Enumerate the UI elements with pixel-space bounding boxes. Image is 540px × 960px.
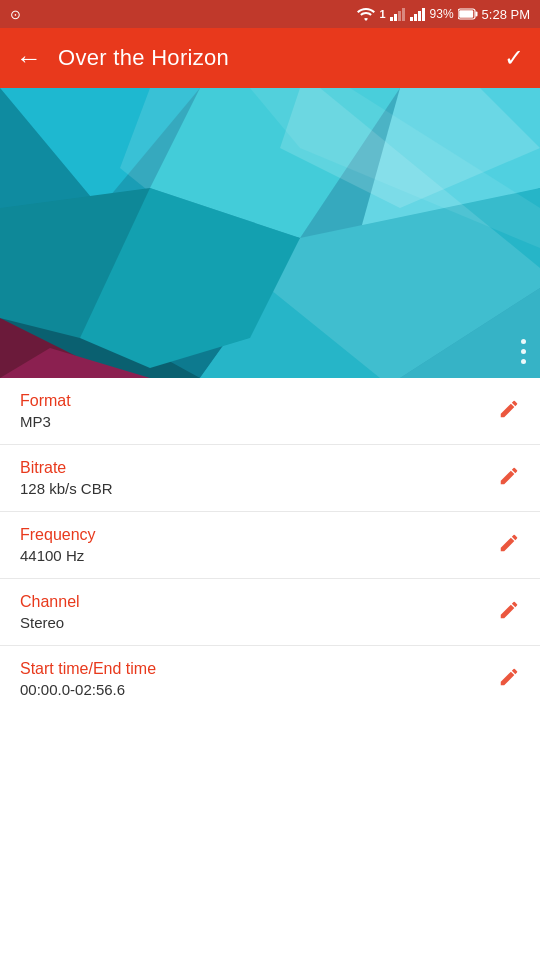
dot3 — [521, 359, 526, 364]
dot2 — [521, 349, 526, 354]
info-label-frequency: Frequency — [20, 526, 498, 544]
svg-rect-1 — [394, 14, 397, 21]
info-label-channel: Channel — [20, 593, 498, 611]
svg-rect-5 — [414, 14, 417, 21]
confirm-button[interactable]: ✓ — [504, 44, 524, 72]
notification-icon: ⊙ — [10, 7, 21, 22]
info-content-start-end-time: Start time/End time00:00.0-02:56.6 — [20, 660, 498, 698]
svg-rect-2 — [398, 11, 401, 21]
edit-button-start-end-time[interactable] — [498, 666, 520, 692]
pencil-icon — [498, 465, 520, 487]
info-content-bitrate: Bitrate128 kb/s CBR — [20, 459, 498, 497]
info-value-format: MP3 — [20, 413, 498, 430]
status-bar-left-icons: ⊙ — [10, 5, 21, 23]
back-button[interactable]: ← — [16, 45, 42, 71]
album-art — [0, 88, 540, 378]
info-value-frequency: 44100 Hz — [20, 547, 498, 564]
svg-rect-9 — [475, 12, 477, 17]
info-label-format: Format — [20, 392, 498, 410]
svg-rect-10 — [459, 10, 473, 18]
pencil-icon — [498, 532, 520, 554]
svg-rect-4 — [410, 17, 413, 21]
pencil-icon — [498, 599, 520, 621]
signal2-icon — [410, 7, 426, 21]
battery-icon — [458, 8, 478, 20]
edit-button-format[interactable] — [498, 398, 520, 424]
sim1-icon: 1 — [379, 8, 385, 20]
app-bar: ← Over the Horizon ✓ — [0, 28, 540, 88]
more-options-button[interactable] — [521, 339, 526, 364]
svg-rect-6 — [418, 11, 421, 21]
pencil-icon — [498, 666, 520, 688]
info-content-format: FormatMP3 — [20, 392, 498, 430]
edit-button-frequency[interactable] — [498, 532, 520, 558]
info-value-bitrate: 128 kb/s CBR — [20, 480, 498, 497]
info-item-bitrate: Bitrate128 kb/s CBR — [0, 445, 540, 512]
dot1 — [521, 339, 526, 344]
info-value-channel: Stereo — [20, 614, 498, 631]
status-bar: ⊙ 1 93% 5:28 P — [0, 0, 540, 28]
svg-rect-3 — [402, 8, 405, 21]
info-label-bitrate: Bitrate — [20, 459, 498, 477]
status-icons: 1 93% 5:28 PM — [357, 7, 530, 22]
info-item-channel: ChannelStereo — [0, 579, 540, 646]
album-art-graphic — [0, 88, 540, 378]
page-title: Over the Horizon — [58, 45, 504, 71]
svg-rect-0 — [390, 17, 393, 21]
info-item-start-end-time: Start time/End time00:00.0-02:56.6 — [0, 646, 540, 712]
info-content-frequency: Frequency44100 Hz — [20, 526, 498, 564]
edit-button-channel[interactable] — [498, 599, 520, 625]
info-item-format: FormatMP3 — [0, 378, 540, 445]
signal-icon — [390, 7, 406, 21]
pencil-icon — [498, 398, 520, 420]
status-time: 5:28 PM — [482, 7, 530, 22]
battery-percent: 93% — [430, 7, 454, 21]
edit-button-bitrate[interactable] — [498, 465, 520, 491]
info-value-start-end-time: 00:00.0-02:56.6 — [20, 681, 498, 698]
info-item-frequency: Frequency44100 Hz — [0, 512, 540, 579]
svg-rect-7 — [422, 8, 425, 21]
info-list: FormatMP3 Bitrate128 kb/s CBR Frequency4… — [0, 378, 540, 712]
info-content-channel: ChannelStereo — [20, 593, 498, 631]
wifi-icon — [357, 7, 375, 21]
info-label-start-end-time: Start time/End time — [20, 660, 498, 678]
